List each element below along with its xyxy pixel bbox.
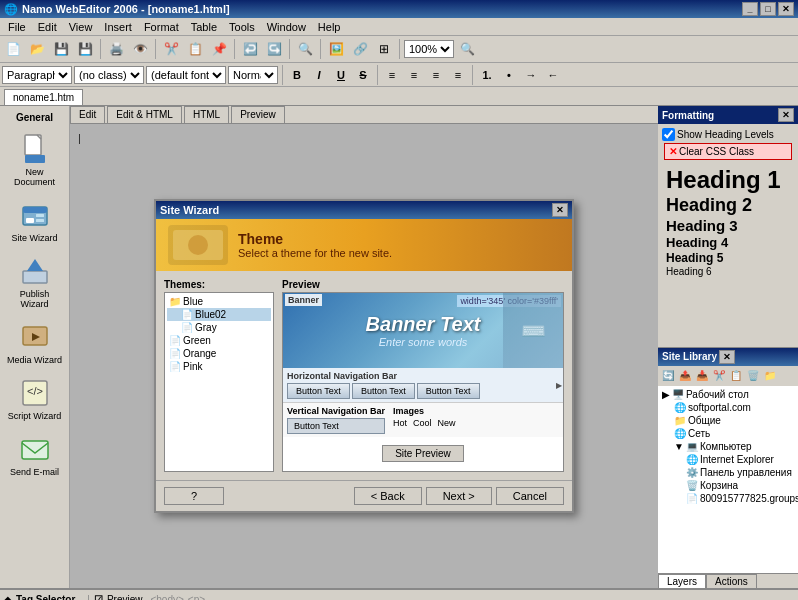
print-btn[interactable]: 🖨️ — [105, 38, 127, 60]
editor-area[interactable]: | Site Wizard ✕ — [70, 124, 658, 588]
tab-edit[interactable]: Edit — [70, 106, 105, 123]
lib-btn-3[interactable]: 📥 — [694, 368, 710, 384]
tag-body[interactable]: <body> — [150, 594, 183, 600]
tab-html[interactable]: HTML — [184, 106, 229, 123]
site-tree[interactable]: ▶ 🖥️ Рабочий стол 🌐 softportal.com 📁 Общ… — [658, 386, 798, 574]
back-button[interactable]: < Back — [354, 487, 422, 505]
menu-tools[interactable]: Tools — [223, 19, 261, 35]
sidebar-item-media-wizard[interactable]: Media Wizard — [3, 315, 67, 369]
preview-btn[interactable]: 👁️ — [129, 38, 151, 60]
formatting-title-controls[interactable]: ✕ — [778, 108, 794, 122]
save-all-btn[interactable]: 💾 — [74, 38, 96, 60]
italic-btn[interactable]: I — [309, 66, 329, 84]
table-btn[interactable]: ⊞ — [373, 38, 395, 60]
menu-format[interactable]: Format — [138, 19, 185, 35]
site-lib-close-btn[interactable]: ✕ — [719, 350, 735, 364]
formatting-close-btn[interactable]: ✕ — [778, 108, 794, 122]
layers-tab[interactable]: Layers — [658, 574, 706, 588]
nav-btn-2[interactable]: Button Text — [352, 383, 415, 399]
redo-btn[interactable]: ↪️ — [263, 38, 285, 60]
tab-preview[interactable]: Preview — [231, 106, 285, 123]
menu-file[interactable]: File — [2, 19, 32, 35]
heading1-item[interactable]: Heading 1 — [666, 166, 790, 194]
bold-btn[interactable]: B — [287, 66, 307, 84]
undo-btn[interactable]: ↩️ — [239, 38, 261, 60]
img-btn[interactable]: 🖼️ — [325, 38, 347, 60]
clear-css-btn[interactable]: ✕ Clear CSS Class — [664, 143, 792, 160]
tree-ie[interactable]: 🌐 Internet Explorer — [684, 453, 796, 466]
menu-insert[interactable]: Insert — [98, 19, 138, 35]
theme-pink[interactable]: 📄 Pink — [167, 360, 271, 373]
themes-list[interactable]: 📁 Blue 📄 Blue02 📄 Gray — [164, 292, 274, 472]
new-btn[interactable]: 📄 — [2, 38, 24, 60]
lib-btn-1[interactable]: 🔄 — [660, 368, 676, 384]
tree-shared[interactable]: 📁 Общие — [672, 414, 796, 427]
maximize-btn[interactable]: □ — [760, 2, 776, 16]
heading6-item[interactable]: Heading 6 — [666, 266, 790, 277]
ul-btn[interactable]: • — [499, 66, 519, 84]
theme-gray[interactable]: 📄 Gray — [167, 321, 271, 334]
align-right-btn[interactable]: ≡ — [426, 66, 446, 84]
lib-btn-4[interactable]: ✂️ — [711, 368, 727, 384]
lib-btn-2[interactable]: 📤 — [677, 368, 693, 384]
dialog-close-btn[interactable]: ✕ — [552, 203, 568, 217]
heading4-item[interactable]: Heading 4 — [666, 235, 790, 250]
site-preview-btn[interactable]: Site Preview — [382, 445, 464, 462]
cut-btn[interactable]: ✂️ — [160, 38, 182, 60]
lib-btn-5[interactable]: 📋 — [728, 368, 744, 384]
class-select[interactable]: (no class) — [74, 66, 144, 84]
copy-btn[interactable]: 📋 — [184, 38, 206, 60]
help-button[interactable]: ? — [164, 487, 224, 505]
menu-edit[interactable]: Edit — [32, 19, 63, 35]
dialog-controls[interactable]: ✕ — [552, 203, 568, 217]
zoom-in-btn[interactable]: 🔍 — [456, 38, 478, 60]
style-select[interactable]: Normal — [228, 66, 278, 84]
heading5-item[interactable]: Heading 5 — [666, 251, 790, 265]
next-button[interactable]: Next > — [426, 487, 492, 505]
lib-btn-7[interactable]: 📁 — [762, 368, 778, 384]
tree-groups[interactable]: 📄 800915777825.groups — [684, 492, 796, 505]
actions-tab[interactable]: Actions — [706, 574, 757, 588]
site-lib-controls[interactable]: ✕ — [719, 350, 735, 364]
underline-btn[interactable]: U — [331, 66, 351, 84]
show-heading-levels-checkbox[interactable] — [662, 128, 675, 141]
menu-view[interactable]: View — [63, 19, 99, 35]
sidebar-item-new-document[interactable]: New Document — [3, 127, 67, 191]
zoom-select[interactable]: 100% — [404, 40, 454, 58]
sidebar-item-site-wizard[interactable]: Site Wizard — [3, 193, 67, 247]
ol-btn[interactable]: 1. — [477, 66, 497, 84]
nav-btn-1[interactable]: Button Text — [287, 383, 350, 399]
theme-blue-folder[interactable]: 📁 Blue — [167, 295, 271, 308]
tree-softportal[interactable]: 🌐 softportal.com — [672, 401, 796, 414]
paragraph-select[interactable]: Paragraph — [2, 66, 72, 84]
tree-desktop[interactable]: ▶ 🖥️ Рабочий стол — [660, 388, 796, 401]
theme-blue02[interactable]: 📄 Blue02 — [167, 308, 271, 321]
vertical-nav-btn[interactable]: Button Text — [287, 418, 385, 434]
tree-network[interactable]: 🌐 Сеть — [672, 427, 796, 440]
tag-p[interactable]: <p> — [188, 594, 205, 600]
strikethrough-btn[interactable]: S — [353, 66, 373, 84]
indent-btn[interactable]: → — [521, 66, 541, 84]
theme-orange[interactable]: 📄 Orange — [167, 347, 271, 360]
minimize-btn[interactable]: _ — [742, 2, 758, 16]
sidebar-item-send-email[interactable]: Send E-mail — [3, 427, 67, 481]
font-select[interactable]: (default font) — [146, 66, 226, 84]
menu-help[interactable]: Help — [312, 19, 347, 35]
link-btn[interactable]: 🔗 — [349, 38, 371, 60]
theme-green[interactable]: 📄 Green — [167, 334, 271, 347]
open-btn[interactable]: 📂 — [26, 38, 48, 60]
tree-control-panel[interactable]: ⚙️ Панель управления — [684, 466, 796, 479]
paste-btn[interactable]: 📌 — [208, 38, 230, 60]
sidebar-item-script-wizard[interactable]: </> Script Wizard — [3, 371, 67, 425]
align-center-btn[interactable]: ≡ — [404, 66, 424, 84]
align-justify-btn[interactable]: ≡ — [448, 66, 468, 84]
tree-computer[interactable]: ▼ 💻 Компьютер — [672, 440, 796, 453]
nav-btn-3[interactable]: Button Text — [417, 383, 480, 399]
title-bar-controls[interactable]: _ □ ✕ — [742, 2, 794, 16]
find-btn[interactable]: 🔍 — [294, 38, 316, 60]
tab-edit-html[interactable]: Edit & HTML — [107, 106, 182, 123]
lib-btn-6[interactable]: 🗑️ — [745, 368, 761, 384]
menu-table[interactable]: Table — [185, 19, 223, 35]
close-btn[interactable]: ✕ — [778, 2, 794, 16]
align-left-btn[interactable]: ≡ — [382, 66, 402, 84]
